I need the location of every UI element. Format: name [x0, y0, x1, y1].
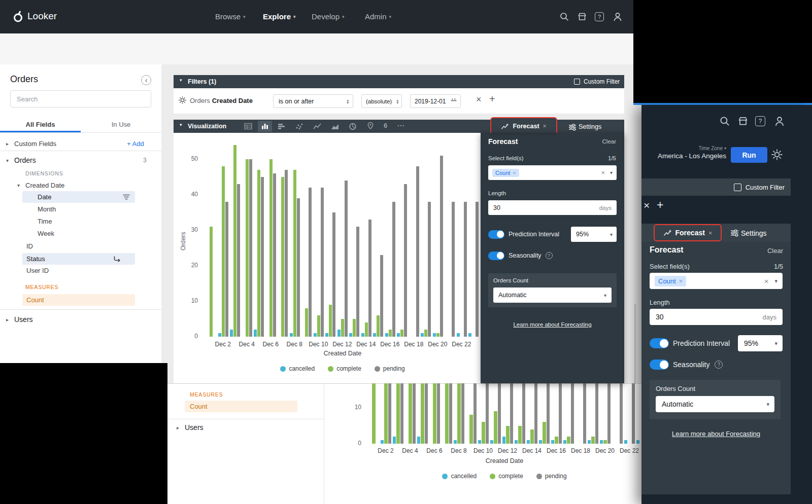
bar-cancelled[interactable]	[539, 440, 543, 444]
viz-more-icon[interactable]: ...	[397, 120, 405, 128]
bar-pending[interactable]	[486, 383, 489, 444]
bar-pending[interactable]	[449, 383, 453, 444]
bar-pending[interactable]	[273, 173, 276, 337]
bar-complete[interactable]	[409, 383, 412, 444]
bar-pending[interactable]	[309, 188, 312, 337]
field-status[interactable]: Status	[22, 253, 135, 265]
looker-logo-icon[interactable]	[11, 10, 24, 24]
timezone-label[interactable]: Time Zone ▾	[641, 146, 726, 151]
orders-count-select[interactable]: Automatic ▾	[656, 396, 774, 412]
gear-icon[interactable]	[771, 149, 783, 161]
remove-filter-icon[interactable]: ×	[644, 199, 650, 211]
bar-complete[interactable]	[518, 426, 522, 444]
custom-filter-checkbox[interactable]	[574, 79, 580, 85]
field-select-input[interactable]: Count × × ▾	[650, 273, 783, 289]
bar-pending[interactable]	[261, 177, 264, 337]
bar-cancelled[interactable]	[361, 333, 364, 337]
bar-complete[interactable]	[281, 177, 284, 337]
nav-menu-admin[interactable]: Admin ▾	[365, 12, 391, 21]
seasonality-toggle[interactable]	[650, 359, 669, 370]
bar-pending[interactable]	[464, 202, 467, 337]
bar-pending[interactable]	[632, 383, 635, 444]
bar-complete[interactable]	[384, 383, 388, 444]
viz-area-icon[interactable]	[330, 122, 340, 130]
field-user-id[interactable]: User ID	[26, 267, 49, 274]
bar-cancelled[interactable]	[588, 440, 591, 444]
field-count[interactable]: Count	[185, 401, 297, 412]
bar-pending[interactable]	[285, 170, 288, 337]
close-icon[interactable]: ×	[543, 123, 547, 130]
settings-button[interactable]: Settings	[741, 229, 767, 237]
field-date[interactable]: Date	[22, 191, 135, 203]
bar-pending[interactable]	[237, 184, 240, 337]
bar-pending[interactable]	[368, 220, 371, 337]
learn-more-link[interactable]: Learn more about Forecasting	[641, 429, 791, 438]
chevron-down-icon[interactable]: ▾	[774, 278, 777, 284]
bar-pending[interactable]	[522, 383, 526, 444]
bar-pending[interactable]	[321, 188, 324, 337]
bar-pending[interactable]	[476, 202, 479, 337]
bar-pending[interactable]	[392, 202, 395, 337]
bar-pending[interactable]	[510, 383, 514, 444]
bar-pending[interactable]	[620, 383, 623, 444]
orders-group-row[interactable]: ▾ Orders 3	[0, 153, 161, 167]
bar-cancelled[interactable]	[421, 333, 424, 337]
clear-field-icon[interactable]: ×	[601, 169, 605, 176]
prediction-interval-toggle[interactable]	[488, 230, 504, 239]
nav-menu-explore[interactable]: Explore ▾	[263, 12, 296, 21]
viz-pie-icon[interactable]	[348, 122, 357, 130]
viz-single-value-icon[interactable]: 6	[384, 122, 387, 129]
bar-pending[interactable]	[380, 255, 383, 337]
bar-cancelled[interactable]	[468, 333, 471, 337]
bar-complete[interactable]	[436, 333, 439, 337]
legend-item[interactable]: complete	[490, 473, 523, 480]
bar-pending[interactable]	[461, 383, 465, 444]
bar-cancelled[interactable]	[314, 333, 317, 337]
filter-operator-select[interactable]: is on or after ▴▾	[273, 94, 353, 108]
orders-count-select[interactable]: Automatic ▾	[493, 287, 612, 303]
bar-complete[interactable]	[341, 319, 344, 337]
filter-icon[interactable]	[123, 194, 130, 200]
bar-complete[interactable]	[482, 422, 485, 444]
brand-name[interactable]: Looker	[27, 11, 57, 22]
field-count[interactable]: Count	[22, 294, 135, 306]
gear-icon[interactable]	[178, 96, 187, 104]
bar-cancelled[interactable]	[454, 440, 457, 444]
bar-complete[interactable]	[353, 319, 356, 337]
field-chip[interactable]: Count ×	[492, 169, 519, 177]
viz-table-icon[interactable]	[244, 122, 253, 130]
bar-complete[interactable]	[365, 322, 368, 337]
viz-scatter-icon[interactable]	[295, 122, 304, 130]
bar-complete[interactable]	[233, 145, 236, 337]
account-icon[interactable]	[773, 115, 786, 127]
bar-complete[interactable]	[269, 159, 273, 337]
bar-cancelled[interactable]	[373, 333, 376, 337]
field-created-date[interactable]: ▾ Created Date	[0, 179, 161, 191]
close-icon[interactable]: ×	[708, 229, 713, 237]
length-input[interactable]: 30 days	[650, 309, 783, 325]
bar-complete[interactable]	[457, 383, 461, 444]
bar-cancelled[interactable]	[417, 437, 421, 444]
field-select-input[interactable]: Count × × ▾	[488, 165, 617, 180]
bar-complete[interactable]	[424, 330, 427, 337]
bar-pending[interactable]	[425, 383, 428, 444]
bar-complete[interactable]	[421, 383, 424, 444]
bar-cancelled[interactable]	[433, 333, 436, 337]
forecast-button-annotation[interactable]: Forecast ×	[654, 224, 722, 241]
bar-complete[interactable]	[246, 159, 249, 337]
collapse-sidebar-icon[interactable]: ‹	[141, 75, 151, 85]
bar-complete[interactable]	[396, 383, 400, 444]
bar-cancelled[interactable]	[490, 440, 494, 444]
bar-complete[interactable]	[555, 437, 558, 444]
bar-complete[interactable]	[433, 383, 436, 444]
bar-complete[interactable]	[305, 308, 308, 337]
bar-pending[interactable]	[547, 383, 550, 444]
clear-field-icon[interactable]: ×	[764, 277, 769, 285]
bar-pending[interactable]	[595, 383, 599, 444]
seasonality-help-icon[interactable]: ?	[715, 361, 723, 369]
bar-cancelled[interactable]	[457, 333, 460, 337]
bar-pending[interactable]	[571, 383, 574, 444]
marketplace-icon[interactable]	[577, 11, 588, 22]
nav-menu-browse[interactable]: Browse ▾	[215, 12, 246, 21]
settings-tune-icon[interactable]	[730, 229, 739, 237]
